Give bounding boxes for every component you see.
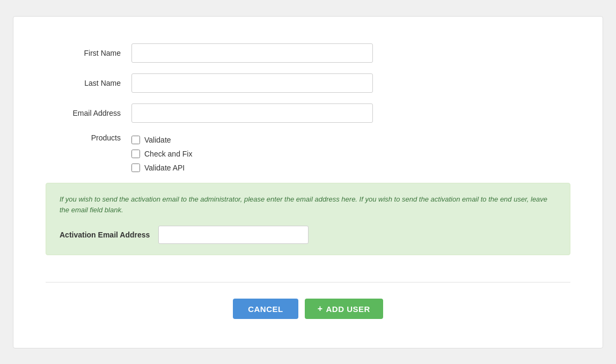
add-user-button[interactable]: + ADD USER [305, 299, 383, 319]
info-box: If you wish to send the activation email… [46, 183, 570, 256]
form-footer: CANCEL + ADD USER [46, 293, 570, 319]
form-card: First Name Last Name Email Address Produ… [13, 16, 603, 348]
product-check-and-fix-checkbox[interactable] [131, 150, 140, 158]
email-address-label: Email Address [46, 109, 131, 117]
product-check-and-fix-label: Check and Fix [144, 150, 192, 158]
last-name-label: Last Name [46, 79, 131, 87]
last-name-row: Last Name [46, 73, 570, 93]
product-validate-checkbox[interactable] [131, 136, 140, 144]
add-user-label: ADD USER [326, 304, 370, 314]
page-wrapper: First Name Last Name Email Address Produ… [0, 0, 616, 364]
products-row: Products Validate Check and Fix Validate… [46, 133, 570, 172]
plus-icon: + [318, 304, 323, 314]
product-validate-api-checkbox[interactable] [131, 164, 140, 172]
first-name-input[interactable] [131, 43, 373, 63]
products-label: Products [46, 133, 131, 142]
product-check-and-fix-item[interactable]: Check and Fix [131, 150, 192, 158]
activation-email-label: Activation Email Address [60, 231, 150, 239]
form-body: First Name Last Name Email Address Produ… [46, 38, 570, 272]
first-name-label: First Name [46, 49, 131, 57]
products-options: Validate Check and Fix Validate API [131, 133, 192, 172]
info-box-text: If you wish to send the activation email… [60, 194, 556, 217]
product-validate-item[interactable]: Validate [131, 136, 192, 144]
product-validate-api-item[interactable]: Validate API [131, 164, 192, 172]
product-validate-label: Validate [144, 136, 171, 144]
first-name-row: First Name [46, 43, 570, 63]
email-address-input[interactable] [131, 103, 373, 123]
product-validate-api-label: Validate API [144, 164, 185, 172]
cancel-button[interactable]: CANCEL [233, 299, 298, 319]
last-name-input[interactable] [131, 73, 373, 93]
email-address-row: Email Address [46, 103, 570, 123]
form-divider [46, 282, 570, 283]
activation-row: Activation Email Address [60, 226, 556, 244]
activation-email-input[interactable] [158, 226, 309, 244]
